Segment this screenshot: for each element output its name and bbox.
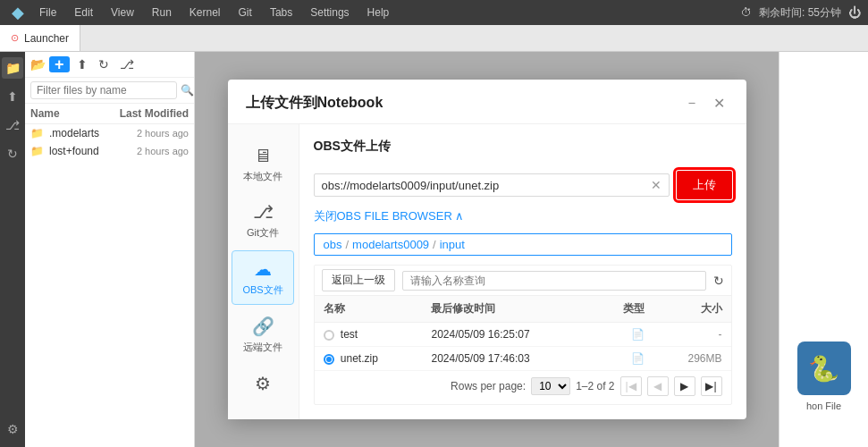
local-icon: 🖥 [254,146,272,166]
sidebar-settings-icon[interactable]: ⚙ [2,418,23,440]
col-name-th: 名称 [315,296,423,323]
upload-button[interactable]: 上传 [677,171,732,199]
menu-view[interactable]: View [104,4,141,21]
nav-item-git[interactable]: ⎇ Git文件 [232,194,294,247]
file-list-header: Name Last Modified [25,104,194,124]
pagination-row: Rows per page: 10 20 50 1–2 of 2 |◀ ◀ ▶ [315,371,731,401]
obs-url-input-wrap: ✕ [314,173,670,197]
folder-item-icon: 📁 [30,145,44,157]
sidebar-files-icon[interactable]: 📁 [2,57,23,79]
col-type-th: 类型 [595,296,653,323]
remote-icon: 🔗 [252,316,274,337]
right-panel: 🐍 hon File [779,52,868,447]
tab-launcher-label: Launcher [24,32,69,45]
obs-url-input[interactable] [322,179,651,192]
file-browser-toolbar: 返回上一级 ↻ [315,266,731,296]
page-range: 1–2 of 2 [576,380,614,392]
menu-kernel[interactable]: Kernel [182,4,228,21]
file-modified-cell: 2024/05/09 17:46:03 [422,347,594,371]
sidebar-refresh-icon[interactable]: ↻ [2,143,23,164]
rows-per-page-select[interactable]: 10 20 50 [531,377,570,395]
file-time: 2 hours ago [117,146,189,156]
obs-url-row: ✕ 上传 [314,171,732,199]
upload-modal: 上传文件到Notebook － ✕ 🖥 本地文件 [228,80,746,419]
file-time: 2 hours ago [117,128,189,139]
search-box: 🔍 [25,78,194,104]
nav-item-settings[interactable]: ⚙ [232,366,294,405]
breadcrumb-input[interactable]: input [440,238,465,251]
prev-page-button[interactable]: ◀ [647,376,669,396]
python-icon[interactable]: 🐍 [797,342,851,395]
breadcrumb-sep-1: / [345,238,349,251]
file-type-cell: 📄 [595,323,653,347]
menu-help[interactable]: Help [360,4,397,21]
file-name: .modelarts [49,127,117,139]
power-icon[interactable]: ⏻ [848,5,861,20]
table-row[interactable]: test 2024/05/09 16:25:07 📄 - [315,323,731,347]
table-row[interactable]: unet.zip 2024/05/09 17:46:03 📄 296MB [315,347,731,371]
obs-icon: ☁ [254,258,272,280]
file-radio[interactable] [324,330,334,341]
menu-file[interactable]: File [32,4,63,21]
obs-browser-toggle[interactable]: 关闭OBS FILE BROWSER ∧ [314,208,732,224]
last-page-button[interactable]: ▶| [701,376,722,396]
python-label: hon File [806,401,841,411]
tab-launcher[interactable]: ⊙ Launcher [0,25,80,51]
file-size-cell: - [653,323,730,347]
search-input[interactable] [30,81,177,99]
tab-bar: ⊙ Launcher [0,25,868,52]
reload-button[interactable]: ↻ [95,55,113,73]
list-item[interactable]: 📁 lost+found 2 hours ago [25,142,194,160]
modal-content: OBS文件上传 ✕ 上传 关闭OBS FILE BROWSER ∧ [299,124,746,419]
menu-bar-right: ⏱ 剩余时间: 55分钟 ⏻ [741,5,861,21]
list-item[interactable]: 📁 .modelarts 2 hours ago [25,124,194,142]
back-button[interactable]: 返回上一级 [322,269,395,291]
menu-edit[interactable]: Edit [67,4,100,21]
breadcrumb-modelarts[interactable]: modelarts0009 [352,238,429,251]
obs-section-title: OBS文件上传 [314,139,732,155]
file-panel-toolbar: 📂 + ⬆ ↻ ⎇ [25,52,194,78]
next-page-button[interactable]: ▶ [674,376,695,396]
breadcrumb: obs / modelarts0009 / input [314,233,732,256]
sidebar-upload-icon[interactable]: ⬆ [2,86,23,107]
breadcrumb-obs[interactable]: obs [324,238,342,251]
menu-settings[interactable]: Settings [303,4,356,21]
modal-minimize-button[interactable]: － [681,92,703,114]
nav-item-remote[interactable]: 🔗 远端文件 [232,308,294,361]
clear-url-icon[interactable]: ✕ [651,178,662,192]
modal-header-buttons: － ✕ [681,92,729,114]
menu-bar-left: ◆ File Edit View Run Kernel Git Tabs Set… [7,2,396,23]
file-radio-selected[interactable] [324,354,334,365]
modal-close-button[interactable]: ✕ [710,92,729,114]
col-size-th: 大小 [653,296,730,323]
nav-label-remote: 远端文件 [243,341,282,354]
nav-item-local[interactable]: 🖥 本地文件 [232,139,294,190]
modal-header: 上传文件到Notebook － ✕ [228,80,746,124]
nav-label-git: Git文件 [247,226,279,240]
app-logo: ◆ [7,2,29,23]
menu-git[interactable]: Git [232,4,259,21]
modal-nav: 🖥 本地文件 ⎇ Git文件 ☁ OBS文件 🔗 [228,124,299,419]
new-file-button[interactable]: + [49,56,70,72]
refresh-obs-button[interactable]: ↻ [713,274,724,288]
git-button[interactable]: ⎇ [116,55,138,73]
file-size-cell: 296MB [653,347,730,371]
upload-file-button[interactable]: ⬆ [73,55,91,73]
menu-run[interactable]: Run [145,4,179,21]
col-modified-header: Last Modified [117,107,189,120]
modal-body: 🖥 本地文件 ⎇ Git文件 ☁ OBS文件 🔗 [228,124,746,419]
search-icon: 🔍 [181,84,194,97]
browser-toggle-label: 关闭OBS FILE BROWSER ∧ [314,208,465,224]
filter-input[interactable] [402,271,706,291]
menu-bar: ◆ File Edit View Run Kernel Git Tabs Set… [0,0,868,25]
nav-item-obs[interactable]: ☁ OBS文件 [232,250,294,305]
first-page-button[interactable]: |◀ [620,376,642,396]
tab-launcher-icon: ⊙ [11,32,19,44]
nav-label-local: 本地文件 [243,170,282,183]
file-name-cell: unet.zip [315,347,423,371]
menu-tabs[interactable]: Tabs [263,4,299,21]
sidebar-git-icon[interactable]: ⎇ [2,114,23,136]
folder-item-icon: 📁 [30,127,44,139]
folder-icon: 📂 [30,57,46,72]
obs-file-table: 名称 最后修改时间 类型 大小 [315,296,731,371]
